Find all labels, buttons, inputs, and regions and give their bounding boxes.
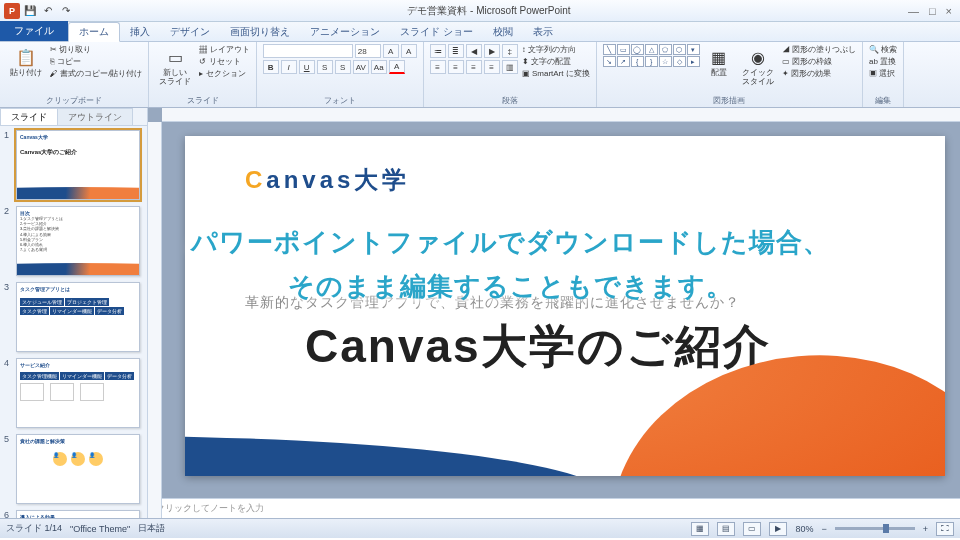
font-size-select[interactable]: 28 [355, 44, 381, 58]
slide-title[interactable]: Canvas大学のご紹介 [305, 316, 771, 378]
thumbnail-list[interactable]: 1 Canvas大学 Canvas大学のご紹介 2 目次 1.タスク管理アプリと… [0, 126, 147, 518]
thumbnail[interactable]: 6 導入による効果 [4, 510, 143, 518]
justify-button[interactable]: ≡ [484, 60, 500, 74]
shadow-button[interactable]: Ѕ [335, 60, 351, 74]
numbering-button[interactable]: ≣ [448, 44, 464, 58]
panel-tabs: スライド アウトライン [0, 108, 147, 126]
shape-fill-button[interactable]: ◢ 図形の塗りつぶし [782, 44, 856, 55]
slide-panel: スライド アウトライン 1 Canvas大学 Canvas大学のご紹介 2 目次… [0, 108, 148, 518]
font-family-select[interactable] [263, 44, 353, 58]
slide-logo[interactable]: Canvas大学 [245, 164, 410, 196]
new-slide-icon: ▭ [164, 46, 186, 68]
ribbon-tabs: ファイル ホーム 挿入 デザイン 画面切り替え アニメーション スライド ショー… [0, 22, 960, 42]
spacing-button[interactable]: AV [353, 60, 369, 74]
section-button[interactable]: ▸ セクション [199, 68, 245, 79]
shrink-font-button[interactable]: A [401, 44, 417, 58]
quick-access-toolbar: P 💾 ↶ ↷ [0, 3, 78, 19]
tab-insert[interactable]: 挿入 [120, 23, 160, 41]
thumbnail[interactable]: 5 貴社の課題と解決策 👤 👤 👤 [4, 434, 143, 504]
slide-subtitle[interactable]: 革新的なタスク管理アプリで、貴社の業務を飛躍的に進化させませんか？ [245, 294, 740, 312]
line-spacing-button[interactable]: ‡ [502, 44, 518, 58]
tab-slideshow[interactable]: スライド ショー [390, 23, 483, 41]
panel-tab-outline[interactable]: アウトライン [57, 108, 133, 125]
window-controls: — □ × [900, 5, 960, 17]
view-normal-button[interactable]: ▦ [691, 522, 709, 536]
bold-button[interactable]: B [263, 60, 279, 74]
layout-button[interactable]: ▦ レイアウト [199, 44, 249, 55]
save-icon[interactable]: 💾 [22, 3, 38, 19]
status-theme: "Office Theme" [70, 524, 130, 534]
align-left-button[interactable]: ≡ [430, 60, 446, 74]
font-color-button[interactable]: A [389, 60, 405, 74]
find-button[interactable]: 🔍 検索 [869, 44, 897, 55]
view-sorter-button[interactable]: ▤ [717, 522, 735, 536]
group-editing: 🔍 検索 ab 置換 ▣ 選択 編集 [863, 42, 904, 107]
view-reading-button[interactable]: ▭ [743, 522, 761, 536]
slide-wave-blue [185, 436, 605, 476]
redo-icon[interactable]: ↷ [58, 3, 74, 19]
columns-button[interactable]: ▥ [502, 60, 518, 74]
replace-button[interactable]: ab 置換 [869, 56, 897, 67]
status-bar: スライド 1/14 "Office Theme" 日本語 ▦ ▤ ▭ ▶ 80%… [0, 518, 960, 538]
thumbnail[interactable]: 2 目次 1.タスク管理アプリとは2.サービス紹介3.貴社の課題と解決策 4.導… [4, 206, 143, 276]
align-center-button[interactable]: ≡ [448, 60, 464, 74]
select-button[interactable]: ▣ 選択 [869, 68, 897, 79]
tab-transitions[interactable]: 画面切り替え [220, 23, 300, 41]
new-slide-button[interactable]: ▭ 新しい スライド [155, 44, 195, 89]
align-text-button[interactable]: ⬍ 文字の配置 [522, 56, 590, 67]
arrange-icon: ▦ [708, 46, 730, 68]
shape-outline-button[interactable]: ▭ 図形の枠線 [782, 56, 856, 67]
slide-canvas[interactable]: Canvas大学 革新的なタスク管理アプリで、貴社の業務を飛躍的に進化させません… [185, 136, 945, 476]
shapes-gallery[interactable]: ╲▭◯△⬠⬡▾ ↘↗{}☆◇▸ [603, 44, 700, 67]
canvas-area[interactable]: Canvas大学 革新的なタスク管理アプリで、貴社の業務を飛躍的に進化させません… [148, 122, 960, 498]
outdent-button[interactable]: ◀ [466, 44, 482, 58]
tab-animations[interactable]: アニメーション [300, 23, 390, 41]
tab-view[interactable]: 表示 [523, 23, 563, 41]
cut-button[interactable]: ✂ 切り取り [50, 44, 91, 55]
paste-icon: 📋 [15, 46, 37, 68]
bullets-button[interactable]: ≔ [430, 44, 446, 58]
reset-button[interactable]: ↺ リセット [199, 56, 240, 67]
tab-home[interactable]: ホーム [68, 22, 120, 42]
strike-button[interactable]: S [317, 60, 333, 74]
format-painter-button[interactable]: 🖌 書式のコピー/貼り付け [50, 68, 142, 79]
smartart-button[interactable]: ▣ SmartArt に変換 [522, 68, 590, 79]
copy-button[interactable]: ⎘ コピー [50, 56, 81, 67]
grow-font-button[interactable]: A [383, 44, 399, 58]
status-slide-count: スライド 1/14 [6, 522, 62, 535]
underline-button[interactable]: U [299, 60, 315, 74]
maximize-button[interactable]: □ [929, 5, 936, 17]
zoom-in-button[interactable]: + [923, 524, 928, 534]
tab-review[interactable]: 校閲 [483, 23, 523, 41]
status-language[interactable]: 日本語 [138, 522, 165, 535]
undo-icon[interactable]: ↶ [40, 3, 56, 19]
tab-file[interactable]: ファイル [0, 21, 68, 41]
zoom-out-button[interactable]: − [821, 524, 826, 534]
view-slideshow-button[interactable]: ▶ [769, 522, 787, 536]
thumbnail[interactable]: 3 タスク管理アプリとは スケジュール管理 プロジェクト管理 タスク管理 リマイ… [4, 282, 143, 352]
paste-button[interactable]: 📋 貼り付け [6, 44, 46, 80]
group-slides: ▭ 新しい スライド ▦ レイアウト ↺ リセット ▸ セクション スライド [149, 42, 256, 107]
case-button[interactable]: Aa [371, 60, 387, 74]
ruler-vertical [148, 122, 162, 518]
window-title: デモ営業資料 - Microsoft PowerPoint [78, 4, 900, 18]
fit-to-window-button[interactable]: ⛶ [936, 522, 954, 536]
notes-pane[interactable]: クリックしてノートを入力 [148, 498, 960, 518]
align-right-button[interactable]: ≡ [466, 60, 482, 74]
thumbnail[interactable]: 1 Canvas大学 Canvas大学のご紹介 [4, 130, 143, 200]
group-drawing: ╲▭◯△⬠⬡▾ ↘↗{}☆◇▸ ▦ 配置 ◉ クイック スタイル ◢ 図形の塗り… [597, 42, 863, 107]
shape-effects-button[interactable]: ✦ 図形の効果 [782, 68, 856, 79]
tab-design[interactable]: デザイン [160, 23, 220, 41]
indent-button[interactable]: ▶ [484, 44, 500, 58]
app-icon: P [4, 3, 20, 19]
arrange-button[interactable]: ▦ 配置 [704, 44, 734, 80]
panel-tab-slides[interactable]: スライド [0, 108, 58, 125]
slide-editor: Canvas大学 革新的なタスク管理アプリで、貴社の業務を飛躍的に進化させません… [148, 108, 960, 518]
zoom-slider[interactable] [835, 527, 915, 530]
italic-button[interactable]: I [281, 60, 297, 74]
minimize-button[interactable]: — [908, 5, 919, 17]
quick-styles-button[interactable]: ◉ クイック スタイル [738, 44, 778, 89]
thumbnail[interactable]: 4 サービス紹介 タスク管理機能 リマインダー機能 データ分析 [4, 358, 143, 428]
close-button[interactable]: × [946, 5, 952, 17]
text-direction-button[interactable]: ↕ 文字列の方向 [522, 44, 590, 55]
